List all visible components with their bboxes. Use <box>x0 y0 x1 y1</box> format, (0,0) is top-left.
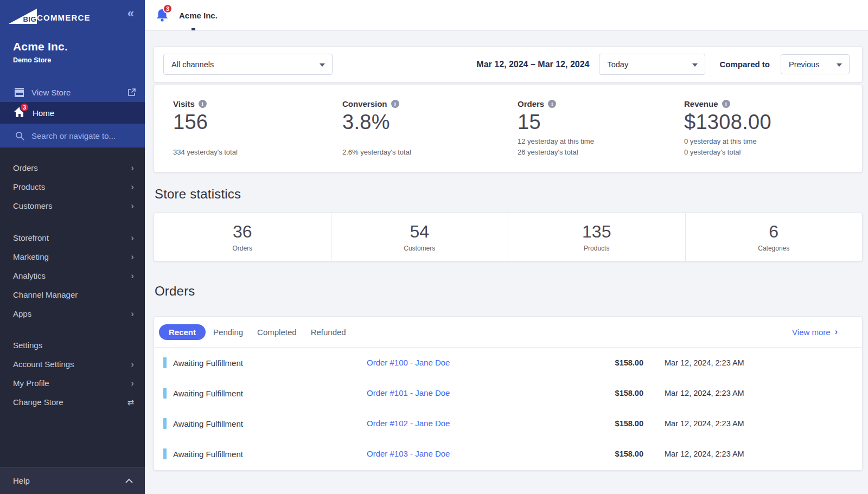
sidebar-item-orders[interactable]: Orders › <box>0 158 145 177</box>
sidebar-item-change-store[interactable]: Change Store ⇄ <box>0 393 145 412</box>
order-date: Mar 12, 2024, 2:23 AM <box>665 348 744 378</box>
stat-value: 36 <box>233 222 252 242</box>
info-icon[interactable]: i <box>199 100 207 108</box>
stat-value: 135 <box>582 222 611 242</box>
nav-label: Change Store <box>13 397 63 407</box>
stat-orders: 36 Orders <box>154 213 331 261</box>
tab-refunded[interactable]: Refunded <box>304 324 353 340</box>
sidebar-item-settings[interactable]: Settings <box>0 336 145 355</box>
home-badge: 3 <box>20 102 29 112</box>
nav-group-channels: Storefront › Marketing › Analytics › Cha… <box>0 228 145 323</box>
external-link-icon[interactable] <box>127 88 136 97</box>
order-row: Awaiting Fulfillment Order #101 - Jane D… <box>154 378 862 408</box>
sidebar-item-products[interactable]: Products › <box>0 177 145 196</box>
sidebar-item-apps[interactable]: Apps › <box>0 304 145 323</box>
kpi-label: Orders <box>518 99 544 108</box>
chevron-right-icon: › <box>131 378 134 388</box>
info-icon[interactable]: i <box>548 100 556 108</box>
period-select-value: Today <box>607 60 628 69</box>
channel-select-value: All channels <box>171 60 214 69</box>
order-link[interactable]: Order #103 - Jane Doe <box>367 439 450 469</box>
sidebar-item-my-profile[interactable]: My Profile › <box>0 374 145 393</box>
status-text: Awaiting Fulfillment <box>173 389 243 398</box>
chevron-up-icon <box>125 478 133 483</box>
status-bar-icon <box>163 448 167 459</box>
kpi-revenue: Revenuei $1308.00 0 yesterday at this ti… <box>684 99 847 158</box>
sidebar-item-analytics[interactable]: Analytics › <box>0 266 145 285</box>
tab-pending[interactable]: Pending <box>206 324 250 340</box>
order-total: $158.00 <box>572 439 643 469</box>
home-label: Home <box>33 108 54 118</box>
logo-sail-icon: BIG <box>9 9 37 24</box>
status-text: Awaiting Fulfillment <box>173 450 243 459</box>
nav-group-settings: Settings Account Settings › My Profile ›… <box>0 336 145 412</box>
order-date: Mar 12, 2024, 2:23 AM <box>665 378 744 408</box>
order-link[interactable]: Order #102 - Jane Doe <box>367 408 450 439</box>
tab-completed[interactable]: Completed <box>250 324 304 340</box>
chevron-right-icon: › <box>131 233 134 242</box>
orders-card: Recent Pending Completed Refunded View m… <box>154 316 863 471</box>
sidebar-collapse-icon[interactable]: « <box>127 7 134 21</box>
compare-select[interactable]: Previous <box>781 54 850 74</box>
status-bar-icon <box>163 388 167 399</box>
search-input[interactable] <box>31 131 124 140</box>
sidebar-item-customers[interactable]: Customers › <box>0 196 145 215</box>
sidebar-item-home[interactable]: 3 Home <box>0 102 145 124</box>
order-link[interactable]: Order #101 - Jane Doe <box>367 378 450 408</box>
nav-label: Settings <box>13 341 42 350</box>
orders-tabs: Recent Pending Completed Refunded View m… <box>154 317 862 348</box>
stat-label: Products <box>584 245 609 252</box>
sidebar-item-channel-manager[interactable]: Channel Manager <box>0 285 145 304</box>
nav-label: Channel Manager <box>13 290 78 299</box>
sidebar-item-storefront[interactable]: Storefront › <box>0 228 145 247</box>
nav-label: Marketing <box>13 252 49 261</box>
sidebar-item-account-settings[interactable]: Account Settings › <box>0 355 145 374</box>
info-icon[interactable]: i <box>391 100 399 108</box>
view-more-link[interactable]: View more › <box>792 327 838 337</box>
kpi-subtext: 0 yesterday's total <box>684 147 847 158</box>
stat-value: 54 <box>410 222 429 242</box>
stat-categories: 6 Categories <box>686 213 863 261</box>
nav-label: Products <box>13 182 45 191</box>
sidebar-search[interactable] <box>0 124 145 147</box>
date-range-text: Mar 12, 2024 – Mar 12, 2024 <box>476 60 589 69</box>
order-row: Awaiting Fulfillment Order #100 - Jane D… <box>154 348 862 378</box>
order-row: Awaiting Fulfillment Order #103 - Jane D… <box>154 439 862 469</box>
channel-select[interactable]: All channels <box>163 54 333 75</box>
order-status: Awaiting Fulfillment <box>163 439 243 469</box>
tab-recent[interactable]: Recent <box>159 324 206 340</box>
sidebar-item-marketing[interactable]: Marketing › <box>0 247 145 266</box>
info-icon[interactable]: i <box>722 100 730 108</box>
order-link[interactable]: Order #100 - Jane Doe <box>367 348 450 378</box>
stat-label: Orders <box>232 245 252 252</box>
caret-down-icon <box>837 63 842 67</box>
compare-select-value: Previous <box>789 60 819 69</box>
store-info: Acme Inc. Demo Store <box>13 40 68 64</box>
order-status: Awaiting Fulfillment <box>163 348 243 378</box>
top-header: 3 Acme Inc. <box>145 0 868 31</box>
chevron-right-icon: › <box>131 309 134 318</box>
order-date: Mar 12, 2024, 2:23 AM <box>665 439 744 469</box>
status-text: Awaiting Fulfillment <box>173 419 243 428</box>
nav-label: Account Settings <box>13 360 74 369</box>
sidebar-item-view-store[interactable]: View Store <box>0 82 145 102</box>
stat-value: 6 <box>769 222 778 242</box>
chevron-right-icon: › <box>131 360 134 369</box>
stat-customers: 54 Customers <box>331 213 509 261</box>
caret-down-icon <box>692 63 698 67</box>
status-text: Awaiting Fulfillment <box>173 358 243 368</box>
kpi-conversion: Conversioni 3.8% 2.6% yesterday's total <box>342 99 505 158</box>
nav-label: My Profile <box>13 378 49 388</box>
compared-to-label: Compared to <box>719 60 770 69</box>
nav-group-commerce: Orders › Products › Customers › <box>0 158 145 215</box>
order-row: Awaiting Fulfillment Order #102 - Jane D… <box>154 408 862 439</box>
period-select[interactable]: Today <box>599 54 705 75</box>
swap-arrows-icon: ⇄ <box>127 397 134 407</box>
logo-big-text: BIG <box>23 15 36 23</box>
store-statistics-heading: Store statistics <box>155 187 241 202</box>
dashboard-content: All channels Mar 12, 2024 – Mar 12, 2024… <box>145 31 868 494</box>
nav-label: Apps <box>13 309 31 318</box>
sidebar-help[interactable]: Help <box>0 467 145 494</box>
order-total: $158.00 <box>572 348 643 378</box>
bigcommerce-logo[interactable]: BIG COMMERCE <box>9 8 137 24</box>
